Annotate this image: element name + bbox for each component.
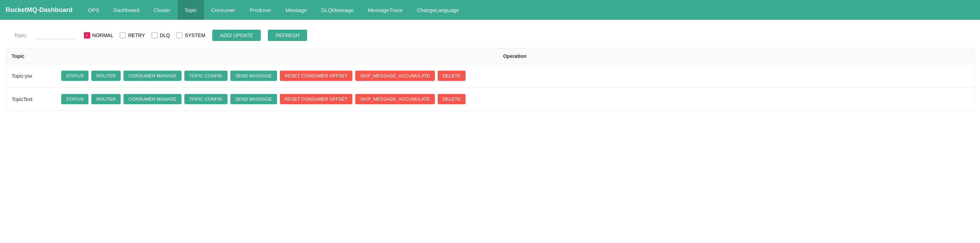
refresh-button[interactable]: REFRESH bbox=[268, 30, 307, 41]
op-btn-skip_message_accumulate[interactable]: SKIP_MESSAGE_ACCUMULATE bbox=[355, 94, 435, 104]
col-header-topic: Topic bbox=[6, 48, 56, 64]
topic-table: Topic Operation Topic-ysxSTATUSROUTERCON… bbox=[6, 48, 974, 110]
nav-item-dlqmessage[interactable]: DLQMessage bbox=[314, 0, 361, 20]
op-btn-status[interactable]: STATUS bbox=[61, 71, 88, 81]
nav-item-changelanguage[interactable]: ChangeLanguage bbox=[410, 0, 466, 20]
add-update-button[interactable]: ADD/ UPDATE bbox=[212, 30, 261, 41]
nav-item-cluster[interactable]: Cluster bbox=[146, 0, 178, 20]
nav-item-topic[interactable]: Topic bbox=[178, 0, 204, 20]
op-btn-reset-consumer-offset[interactable]: RESET CONSUMER OFFSET bbox=[280, 71, 352, 81]
op-btn-consumer-manage[interactable]: CONSUMER MANAGE bbox=[124, 71, 181, 81]
nav-brand: RocketMQ-Dashboard bbox=[6, 6, 73, 14]
nav-item-message[interactable]: Message bbox=[278, 0, 314, 20]
col-header-operation: Operation bbox=[56, 48, 974, 64]
checkbox-system[interactable]: SYSTEM bbox=[176, 32, 205, 38]
operation-cell: STATUSROUTERCONSUMER MANAGETOPIC CONFIGS… bbox=[56, 88, 974, 111]
checkbox-dlq[interactable]: DLQ bbox=[151, 32, 170, 38]
op-btn-send-massage[interactable]: SEND MASSAGE bbox=[230, 94, 277, 104]
nav-item-producer[interactable]: Producer bbox=[243, 0, 278, 20]
nav-item-ops[interactable]: OPS bbox=[81, 0, 107, 20]
topic-table-wrapper: Topic Operation Topic-ysxSTATUSROUTERCON… bbox=[6, 48, 974, 111]
system-checkbox-icon bbox=[176, 32, 183, 38]
normal-label: NORMAL bbox=[92, 33, 114, 38]
op-btn-router[interactable]: ROUTER bbox=[91, 71, 121, 81]
table-row: Topic-ysxSTATUSROUTERCONSUMER MANAGETOPI… bbox=[6, 64, 974, 88]
table-row: TopicTestSTATUSROUTERCONSUMER MANAGETOPI… bbox=[6, 88, 974, 111]
retry-label: RETRY bbox=[128, 33, 145, 38]
op-btn-consumer-manage[interactable]: CONSUMER MANAGE bbox=[124, 94, 181, 104]
op-btn-delete[interactable]: DELETE bbox=[438, 71, 466, 81]
dlq-label: DLQ bbox=[160, 33, 170, 38]
topic-cell: TopicTest bbox=[6, 88, 56, 111]
op-btn-skip_message_accumulate[interactable]: SKIP_MESSAGE_ACCUMULATE bbox=[355, 71, 435, 81]
op-btn-topic-config[interactable]: TOPIC CONFIG bbox=[185, 71, 228, 81]
checkbox-group: ✓ NORMAL RETRY DLQ SYSTEM bbox=[84, 32, 205, 38]
nav-item-dashboard[interactable]: Dashboard bbox=[107, 0, 146, 20]
filter-bar: Topic: ✓ NORMAL RETRY DLQ SYSTEM ADD/ UP… bbox=[0, 20, 980, 48]
checkbox-retry[interactable]: RETRY bbox=[119, 32, 145, 38]
nav-item-messagetrace[interactable]: MessageTrace bbox=[361, 0, 410, 20]
operation-cell: STATUSROUTERCONSUMER MANAGETOPIC CONFIGS… bbox=[56, 64, 974, 88]
system-label: SYSTEM bbox=[185, 33, 205, 38]
op-btn-delete[interactable]: DELETE bbox=[438, 94, 466, 104]
op-btn-send-massage[interactable]: SEND MASSAGE bbox=[230, 71, 277, 81]
topic-label: Topic: bbox=[14, 33, 27, 38]
op-buttons: STATUSROUTERCONSUMER MANAGETOPIC CONFIGS… bbox=[61, 71, 968, 81]
dlq-checkbox-icon bbox=[151, 32, 158, 38]
op-btn-router[interactable]: ROUTER bbox=[91, 94, 121, 104]
normal-checked-icon: ✓ bbox=[84, 32, 90, 38]
nav-item-consumer[interactable]: Consumer bbox=[204, 0, 243, 20]
checkbox-normal[interactable]: ✓ NORMAL bbox=[84, 32, 114, 38]
retry-checkbox-icon bbox=[119, 32, 126, 38]
op-buttons: STATUSROUTERCONSUMER MANAGETOPIC CONFIGS… bbox=[61, 94, 968, 104]
topic-cell: Topic-ysx bbox=[6, 64, 56, 88]
op-btn-status[interactable]: STATUS bbox=[61, 94, 88, 104]
op-btn-reset-consumer-offset[interactable]: RESET CONSUMER OFFSET bbox=[280, 94, 352, 104]
op-btn-topic-config[interactable]: TOPIC CONFIG bbox=[185, 94, 228, 104]
topic-input[interactable] bbox=[34, 32, 77, 39]
table-header-row: Topic Operation bbox=[6, 48, 974, 64]
navbar: RocketMQ-Dashboard OPSDashboardClusterTo… bbox=[0, 0, 980, 20]
